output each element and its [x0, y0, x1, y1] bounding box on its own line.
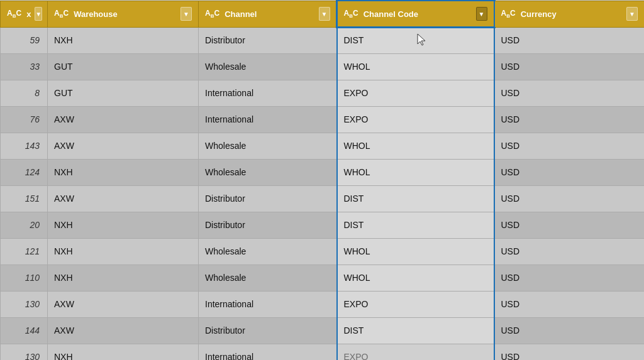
cell-warehouse: GUT — [48, 53, 199, 80]
cell-channel: International — [199, 106, 337, 133]
cell-warehouse: AXW — [48, 185, 199, 212]
abc-icon-channel-code: ABC — [344, 9, 358, 19]
cell-channel-code: EXPO — [337, 344, 494, 360]
cell-channel-code: EXPO — [337, 80, 494, 106]
table-row: 144AXWDistributorDISTUSD — [1, 317, 645, 344]
cell-channel: Distributor — [199, 27, 337, 53]
col-header-channel-code[interactable]: ABC Channel Code ▼ — [337, 1, 494, 27]
col-dropdown-currency[interactable]: ▼ — [626, 7, 638, 21]
table-row: 130AXWInternationalEXPOUSD — [1, 291, 645, 317]
cell-currency: USD — [494, 265, 645, 291]
cell-channel: Distributor — [199, 212, 337, 238]
cell-channel: Wholesale — [199, 238, 337, 265]
abc-icon-channel: ABC — [205, 9, 219, 19]
abc-icon-warehouse: ABC — [54, 9, 69, 19]
cell-channel: International — [199, 291, 337, 317]
cell-warehouse: NXH — [48, 212, 199, 238]
abc-icon-index: ABC — [7, 9, 21, 19]
col-label-index: x — [26, 9, 31, 19]
col-label-warehouse: Warehouse — [74, 9, 118, 19]
cell-currency: USD — [494, 80, 645, 106]
cell-warehouse: AXW — [48, 317, 199, 344]
cell-index: 20 — [1, 212, 48, 238]
abc-icon-currency: ABC — [501, 9, 516, 19]
cell-channel: Distributor — [199, 317, 337, 344]
cell-index: 76 — [1, 106, 48, 133]
table-row: 130NXHInternationalEXPOUSD — [1, 344, 645, 360]
cell-currency: USD — [494, 344, 645, 360]
cell-warehouse: AXW — [48, 106, 199, 133]
cell-currency: USD — [494, 106, 645, 133]
cell-index: 124 — [1, 159, 48, 185]
col-label-channel: Channel — [225, 9, 257, 19]
cell-channel: International — [199, 344, 337, 360]
cell-warehouse: AXW — [48, 291, 199, 317]
cell-warehouse: NXH — [48, 265, 199, 291]
table-row: 8GUTInternationalEXPOUSD — [1, 80, 645, 106]
cell-channel: Wholesale — [199, 53, 337, 80]
cell-index: 59 — [1, 27, 48, 53]
table-row: 143AXWWholesaleWHOLUSD — [1, 133, 645, 159]
cell-channel-code: WHOL — [337, 159, 494, 185]
col-label-channel-code: Channel Code — [364, 9, 418, 19]
cell-channel: Wholesale — [199, 159, 337, 185]
col-dropdown-index[interactable]: ▼ — [35, 7, 42, 21]
col-dropdown-channel[interactable]: ▼ — [319, 7, 330, 21]
cell-channel-code: DIST — [337, 185, 494, 212]
col-header-index[interactable]: ABC x ▼ — [1, 1, 48, 27]
cell-channel: International — [199, 80, 337, 106]
table-row: 110NXHWholesaleWHOLUSD — [1, 265, 645, 291]
table-row: 59NXHDistributorDISTUSD — [1, 27, 645, 53]
cell-channel-code: DIST — [337, 317, 494, 344]
cell-currency: USD — [494, 317, 645, 344]
col-dropdown-channel-code[interactable]: ▼ — [476, 7, 487, 21]
cell-channel-code: WHOL — [337, 133, 494, 159]
table-body: 59NXHDistributorDISTUSD33GUTWholesaleWHO… — [1, 27, 645, 360]
main-table-container: ABC x ▼ ABC Warehouse ▼ — [0, 0, 644, 360]
cell-channel-code: EXPO — [337, 291, 494, 317]
cell-currency: USD — [494, 53, 645, 80]
table-row: 76AXWInternationalEXPOUSD — [1, 106, 645, 133]
cell-channel-code: WHOL — [337, 238, 494, 265]
cell-channel-code: DIST — [337, 212, 494, 238]
table-row: 20NXHDistributorDISTUSD — [1, 212, 645, 238]
col-dropdown-warehouse[interactable]: ▼ — [180, 7, 192, 21]
cell-index: 143 — [1, 133, 48, 159]
cell-index: 33 — [1, 53, 48, 80]
cell-currency: USD — [494, 159, 645, 185]
cell-warehouse: NXH — [48, 238, 199, 265]
table-row: 124NXHWholesaleWHOLUSD — [1, 159, 645, 185]
cell-currency: USD — [494, 212, 645, 238]
cell-warehouse: NXH — [48, 27, 199, 53]
cell-channel: Wholesale — [199, 133, 337, 159]
cell-currency: USD — [494, 27, 645, 53]
cell-warehouse: NXH — [48, 159, 199, 185]
data-table: ABC x ▼ ABC Warehouse ▼ — [0, 0, 644, 360]
cell-channel: Wholesale — [199, 265, 337, 291]
cell-warehouse: GUT — [48, 80, 199, 106]
cell-warehouse: NXH — [48, 344, 199, 360]
table-row: 121NXHWholesaleWHOLUSD — [1, 238, 645, 265]
table-header-row: ABC x ▼ ABC Warehouse ▼ — [1, 1, 645, 27]
col-label-currency: Currency — [521, 9, 557, 19]
col-header-warehouse[interactable]: ABC Warehouse ▼ — [48, 1, 199, 27]
cell-channel-code: EXPO — [337, 106, 494, 133]
cell-currency: USD — [494, 133, 645, 159]
cell-index: 8 — [1, 80, 48, 106]
table-row: 151AXWDistributorDISTUSD — [1, 185, 645, 212]
col-header-channel[interactable]: ABC Channel ▼ — [199, 1, 337, 27]
cell-channel-code: WHOL — [337, 53, 494, 80]
col-header-currency[interactable]: ABC Currency ▼ — [494, 1, 645, 27]
cell-index: 130 — [1, 344, 48, 360]
cell-warehouse: AXW — [48, 133, 199, 159]
cell-channel-code: WHOL — [337, 265, 494, 291]
cell-currency: USD — [494, 238, 645, 265]
cell-index: 130 — [1, 291, 48, 317]
cell-index: 110 — [1, 265, 48, 291]
cell-index: 121 — [1, 238, 48, 265]
cell-index: 151 — [1, 185, 48, 212]
cell-channel-code: DIST — [337, 27, 494, 53]
cell-index: 144 — [1, 317, 48, 344]
table-row: 33GUTWholesaleWHOLUSD — [1, 53, 645, 80]
cell-channel: Distributor — [199, 185, 337, 212]
